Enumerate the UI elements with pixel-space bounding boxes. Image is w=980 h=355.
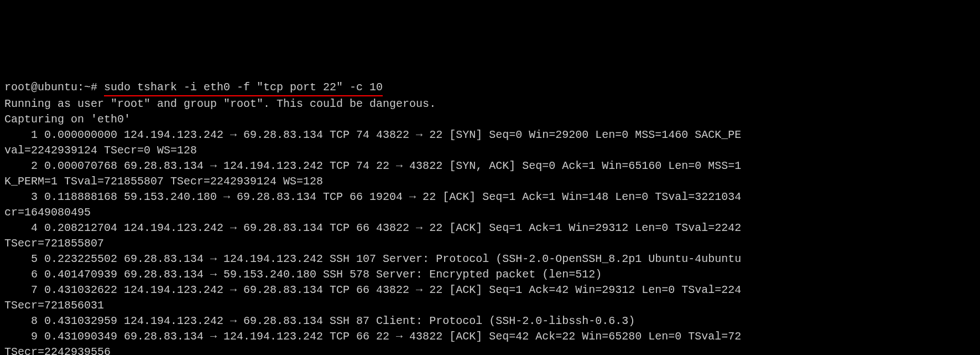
output-line: TSecr=721856031	[4, 299, 104, 312]
prompt-line-1: root@ubuntu:~# sudo tshark -i eth0 -f "t…	[4, 81, 383, 94]
output-line: 3 0.118888168 59.153.240.180 → 69.28.83.…	[4, 191, 741, 203]
output-line: val=2242939124 TSecr=0 WS=128	[4, 144, 197, 157]
output-line: 2 0.000070768 69.28.83.134 → 124.194.123…	[4, 160, 741, 172]
terminal-window[interactable]: root@ubuntu:~# sudo tshark -i eth0 -f "t…	[4, 64, 976, 355]
output-line: 5 0.223225502 69.28.83.134 → 124.194.123…	[4, 253, 741, 265]
output-line: cr=1649080495	[4, 206, 91, 219]
output-line: 1 0.000000000 124.194.123.242 → 69.28.83…	[4, 128, 741, 141]
shell-prompt: root@ubuntu:~#	[4, 81, 104, 94]
output-line: 8 0.431032959 124.194.123.242 → 69.28.83…	[4, 315, 635, 327]
output-line: 9 0.431090349 69.28.83.134 → 124.194.123…	[4, 330, 741, 343]
output-line: 4 0.208212704 124.194.123.242 → 69.28.83…	[4, 222, 741, 234]
output-line: TSecr=2242939556	[4, 346, 111, 355]
output-line: TSecr=721855807	[4, 237, 104, 250]
output-line: K_PERM=1 TSval=721855807 TSecr=224293912…	[4, 175, 323, 188]
output-line: Capturing on 'eth0'	[4, 113, 131, 126]
output-line: 7 0.431032622 124.194.123.242 → 69.28.83…	[4, 284, 741, 296]
command-text: sudo tshark -i eth0 -f "tcp port 22" -c …	[104, 80, 383, 96]
output-line: 6 0.401470939 69.28.83.134 → 59.153.240.…	[4, 268, 602, 281]
output-line: Running as user "root" and group "root".…	[4, 97, 436, 110]
